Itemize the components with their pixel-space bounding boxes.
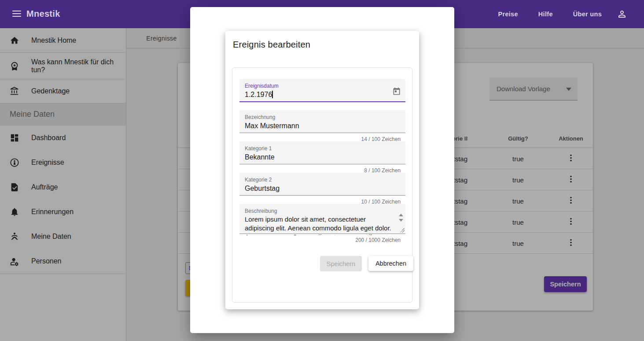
field-value: Geburtstag: [245, 184, 400, 193]
textarea-scrollbar[interactable]: [397, 214, 404, 222]
app-title: Mnestik: [26, 9, 60, 19]
bezeichnung-field[interactable]: Bezeichnung Max Mustermann: [239, 110, 405, 133]
beschreibung-textarea[interactable]: Beschreibung Lorem ipsum dolor sit amet,…: [239, 204, 405, 234]
dialog-cancel-button[interactable]: Abbrechen: [368, 256, 413, 271]
field-label: Beschreibung: [245, 208, 400, 214]
top-nav: Preise Hilfe Über uns: [498, 0, 602, 28]
edit-event-dialog: Ereignis bearbeiten Ereignisdatum 1.2.19…: [225, 31, 419, 309]
dialog-save-button[interactable]: Speichern: [320, 256, 362, 271]
scroll-up-icon[interactable]: [399, 214, 403, 216]
field-value: Lorem ipsum dolor sit amet, consectetuer…: [245, 215, 392, 235]
dialog-container: Ereignis bearbeiten Ereignisdatum 1.2.19…: [190, 7, 454, 333]
event-form: Ereignisdatum 1.2.1976 Bezeichnung Max M…: [232, 67, 412, 303]
nav-ueber-uns[interactable]: Über uns: [573, 11, 602, 18]
text-caret: [272, 91, 273, 98]
date-value: 1.2.1976: [245, 91, 272, 98]
nav-hilfe[interactable]: Hilfe: [538, 11, 553, 18]
field-label: Kategorie 1: [245, 145, 400, 152]
scroll-down-icon[interactable]: [399, 219, 403, 222]
nav-preise[interactable]: Preise: [498, 11, 518, 18]
person-icon[interactable]: [617, 9, 627, 19]
kategorie1-field[interactable]: Kategorie 1 Bekannte: [239, 141, 405, 164]
date-field[interactable]: Ereignisdatum 1.2.1976: [239, 79, 405, 102]
calendar-icon[interactable]: [392, 87, 401, 97]
hamburger-menu-icon[interactable]: [12, 11, 21, 17]
field-label: Ereignisdatum: [245, 83, 400, 89]
field-label: Kategorie 2: [245, 177, 400, 183]
field-label: Bezeichnung: [245, 114, 400, 120]
kategorie2-field[interactable]: Kategorie 2 Geburtstag: [239, 173, 405, 196]
field-value: Bekannte: [245, 152, 400, 162]
resize-handle[interactable]: [400, 228, 405, 233]
dialog-title: Ereignis bearbeiten: [233, 40, 310, 50]
field-value: Max Mustermann: [245, 121, 400, 131]
char-counter: 200 / 1000 Zeichen: [313, 237, 401, 243]
